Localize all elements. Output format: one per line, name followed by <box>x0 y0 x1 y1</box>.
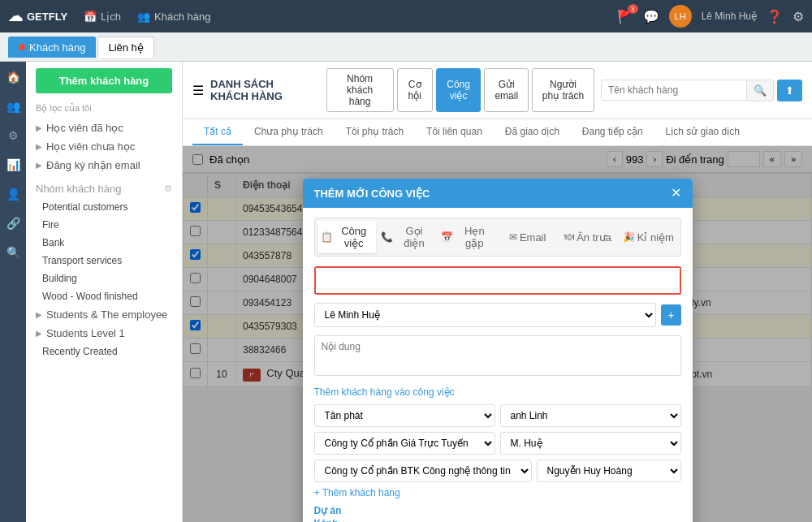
filter-tab-lich-su-giao-dich[interactable]: Lịch sử giao dịch <box>654 119 751 145</box>
group-recently-created[interactable]: Recently Created <box>36 343 172 360</box>
tab-khach-hang[interactable]: Khách hàng <box>8 37 96 58</box>
nav-lich[interactable]: 📅 Lịch <box>84 11 121 23</box>
customer-row-1: Tân phát anh Linh <box>314 404 681 427</box>
group-potential[interactable]: Potential customers <box>36 198 172 216</box>
tab-dot <box>19 44 25 50</box>
header-buttons: Nhóm khách hàng Cơ hội Công việc Gửi ema… <box>326 68 594 112</box>
filter-label: Bộ lọc của tôi <box>36 103 172 114</box>
arrow-icon: ▶ <box>36 310 42 319</box>
task-type-cong-viec[interactable]: 📋 Công việc <box>317 221 376 253</box>
content-area: ☰ DANH SÁCH KHÁCH HÀNG Nhóm khách hàng C… <box>183 62 812 522</box>
group-bank[interactable]: Bank <box>36 234 172 252</box>
filter-tab-dang-tiep-can[interactable]: Đang tiếp cận <box>571 119 654 145</box>
calendar-icon: 📅 <box>84 11 97 23</box>
sidebar-nav-icons: 🏠 👥 ⚙ 📊 👤 🔗 🔍 <box>0 62 26 522</box>
chat-icon[interactable]: 💬 <box>643 9 659 24</box>
settings-icon[interactable]: ⚙ <box>793 9 804 24</box>
goi-dien-icon: 📞 <box>381 231 393 243</box>
sidebar-icon-settings[interactable]: ⚙ <box>0 127 26 145</box>
app-logo[interactable]: ☁ GETFLY <box>8 7 67 25</box>
filter-tab-da-giao-dich[interactable]: Đã giao dịch <box>494 119 571 145</box>
customer-row-3: Công ty Cổ phần BTK Công nghệ thông tin … <box>314 459 681 482</box>
customer-col2-select-3[interactable]: Nguyễn Huy Hoàng <box>537 459 681 482</box>
ki-niem-icon: 🎉 <box>623 231 635 243</box>
assignee-add-button[interactable]: + <box>661 304 680 326</box>
filter-students-employee[interactable]: ▶ Students & The employee <box>36 305 172 324</box>
assignee-select[interactable]: Lê Minh Huệ <box>314 303 657 327</box>
customer-col1-select-1[interactable]: Tân phát <box>314 404 495 427</box>
group-transport[interactable]: Transport services <box>36 252 172 270</box>
search-button[interactable]: 🔍 <box>747 80 774 101</box>
nav-khach-hang[interactable]: 👥 Khách hàng <box>137 11 210 23</box>
filter-students-level1[interactable]: ▶ Students Level 1 <box>36 324 172 343</box>
task-type-email[interactable]: ✉ Email <box>498 221 556 253</box>
modal-header: THÊM MỚI CÔNG VIỆC ✕ <box>303 179 693 208</box>
avatar[interactable]: LH <box>669 5 692 28</box>
groups-gear-icon[interactable]: ⚙ <box>164 183 172 194</box>
table-area: Đã chọn ‹ 993 › Đi đến trang 1 « » S <box>183 146 812 522</box>
search-box: 🔍 ⬆ <box>601 80 802 101</box>
filter-tab-chua-phu-trach[interactable]: Chưa phụ trách <box>243 119 335 145</box>
add-customer-link[interactable]: Thêm khách hàng vào công việc <box>314 386 681 398</box>
groups-label: Nhóm khách hàng ⚙ <box>36 183 172 195</box>
sidebar-icon-network[interactable]: 🔗 <box>0 214 26 232</box>
flag-icon[interactable]: 🚩 3 <box>617 9 633 24</box>
user-name[interactable]: Lê Minh Huệ <box>702 11 757 22</box>
sidebar-icon-customers[interactable]: 👥 <box>0 97 26 115</box>
customer-col2-select-2[interactable]: M. Huệ <box>500 432 681 455</box>
hen-gap-icon: 📅 <box>441 231 453 243</box>
task-type-tabs: 📋 Công việc 📞 Gọi điện 📅 Hẹn gặp <box>314 218 681 257</box>
modal-body: 📋 Công việc 📞 Gọi điện 📅 Hẹn gặp <box>303 208 693 522</box>
group-fire[interactable]: Fire <box>36 216 172 234</box>
group-building[interactable]: Building <box>36 270 172 287</box>
project-label: Dự án <box>314 505 681 516</box>
filter-tab-toi-phu-trach[interactable]: Tôi phụ trách <box>335 119 415 145</box>
customer-col1-select-2[interactable]: Công ty Cổ phần Giá Trực Tuyến <box>314 432 495 455</box>
add-more-customer-link[interactable]: + Thêm khách hàng <box>314 487 681 498</box>
sidebar-icon-search[interactable]: 🔍 <box>0 244 26 261</box>
title-input-wrapper: Đi gặp khách hàng khu vực Thanh Xuân - H… <box>314 266 681 295</box>
task-type-goi-dien[interactable]: 📞 Gọi điện <box>378 221 436 253</box>
search-input[interactable] <box>601 80 747 101</box>
task-type-ki-niem[interactable]: 🎉 Kỉ niệm <box>619 221 677 253</box>
upload-button[interactable]: ⬆ <box>777 80 802 101</box>
tab-bar: Khách hàng Liên hệ <box>0 32 812 62</box>
filter-tab-toi-lien-quan[interactable]: Tôi liên quan <box>415 119 494 145</box>
sidebar: 🏠 👥 ⚙ 📊 👤 🔗 🔍 Thêm khách hàng Bộ lọc của… <box>0 62 183 522</box>
cong-viec-icon: 📋 <box>321 231 333 243</box>
tab-lien-he[interactable]: Liên hệ <box>97 37 153 58</box>
flag-badge: 3 <box>628 4 638 14</box>
task-title-input[interactable]: Đi gặp khách hàng khu vực Thanh Xuân - H… <box>316 268 680 293</box>
content-textarea[interactable] <box>314 335 681 376</box>
sidebar-icon-people[interactable]: 👤 <box>0 185 26 203</box>
btn-nhom-khach-hang[interactable]: Nhóm khách hàng <box>326 68 394 112</box>
modal-overlay: THÊM MỚI CÔNG VIỆC ✕ 📋 Công việc � <box>183 146 812 522</box>
btn-nguoi-phu-trach[interactable]: Người phụ trách <box>532 68 594 112</box>
add-customer-sidebar-button[interactable]: Thêm khách hàng <box>36 68 172 93</box>
group-wood[interactable]: Wood - Wood finished <box>36 287 172 305</box>
filter-hoc-vien-da-hoc[interactable]: ▶ Học viên đã học <box>36 119 172 137</box>
page-title: DANH SÁCH KHÁCH HÀNG <box>210 78 312 102</box>
modal-title: THÊM MỚI CÔNG VIỆC <box>314 188 430 200</box>
customer-col2-select-1[interactable]: anh Linh <box>500 404 681 427</box>
main-layout: 🏠 👥 ⚙ 📊 👤 🔗 🔍 Thêm khách hàng Bộ lọc của… <box>0 62 812 522</box>
filter-dang-ky-nhan-email[interactable]: ▶ Đăng ký nhận email <box>36 156 172 175</box>
filter-tab-tat-ca[interactable]: Tất cả <box>192 119 243 145</box>
sidebar-icon-chart[interactable]: 📊 <box>0 156 26 174</box>
help-icon[interactable]: ❓ <box>767 9 783 24</box>
btn-cong-viec[interactable]: Công việc <box>436 68 482 112</box>
modal-close-button[interactable]: ✕ <box>671 187 681 200</box>
customer-col1-select-3[interactable]: Công ty Cổ phần BTK Công nghệ thông tin <box>314 459 532 482</box>
assignee-row: Lê Minh Huệ + <box>314 303 681 327</box>
sidebar-panel: Thêm khách hàng Bộ lọc của tôi ▶ Học viê… <box>26 62 183 522</box>
filter-hoc-vien-chua-hoc[interactable]: ▶ Học viên chưa học <box>36 137 172 156</box>
top-navigation: ☁ GETFLY 📅 Lịch 👥 Khách hàng 🚩 3 💬 LH Lê… <box>0 0 812 32</box>
task-type-hen-gap[interactable]: 📅 Hẹn gặp <box>438 221 496 253</box>
btn-co-hoi[interactable]: Cơ hội <box>397 68 433 112</box>
arrow-icon: ▶ <box>36 161 42 170</box>
sidebar-section-main: Thêm khách hàng Bộ lọc của tôi ▶ Học viê… <box>26 62 182 367</box>
menu-toggle-icon[interactable]: ☰ <box>192 83 204 98</box>
btn-gui-email[interactable]: Gửi email <box>484 68 529 112</box>
task-type-an-trua[interactable]: 🍽 Ăn trưa <box>559 221 617 253</box>
sidebar-icon-home[interactable]: 🏠 <box>0 68 26 86</box>
